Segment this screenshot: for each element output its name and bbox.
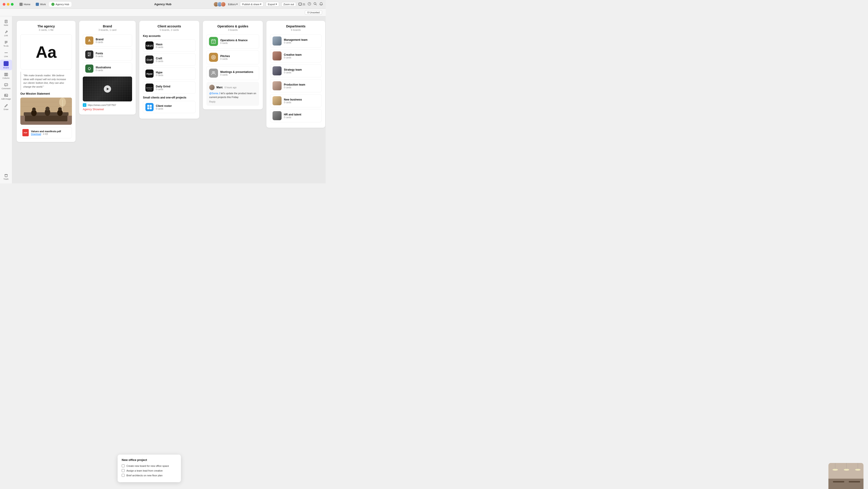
- client-daily-grind[interactable]: DAILYGRIND Daily Grind 0 cards: [143, 82, 196, 94]
- brand-column-title: Brand: [83, 24, 132, 28]
- client-hype[interactable]: Hype Hype 0 cards: [143, 67, 196, 80]
- sidebar-item-link[interactable]: Link: [0, 29, 12, 38]
- add-image-label: Add image: [1, 98, 11, 100]
- sidebar-item-draw[interactable]: Draw: [0, 102, 12, 112]
- dept-production[interactable]: Production team 0 cards: [270, 79, 321, 92]
- haus-icon: HAUS: [146, 41, 154, 50]
- sidebar-item-column[interactable]: Column: [0, 71, 12, 81]
- dept-management[interactable]: Management team 0 cards: [270, 34, 321, 48]
- vimeo-url: https://vimeo.com/71977557: [88, 104, 116, 107]
- fonts-item-icon: FONT: [85, 51, 93, 59]
- comment-header: Marc 6 hours ago: [209, 85, 256, 90]
- sidebar-item-trash[interactable]: Trash: [0, 172, 12, 181]
- close-button[interactable]: [3, 3, 5, 6]
- client-roster-info: Client roster 0 cards: [156, 104, 193, 110]
- ops-meetings-title: Meetings & presentations: [220, 70, 257, 74]
- export-label: Export: [268, 3, 275, 6]
- tab-home[interactable]: Home: [17, 2, 33, 7]
- search-icon[interactable]: [313, 2, 317, 6]
- dept-hr-avatar: [273, 111, 282, 120]
- svg-rect-59: [147, 107, 149, 109]
- departments-title: Departments: [270, 24, 321, 28]
- svg-line-5: [316, 4, 317, 5]
- svg-rect-14: [5, 62, 6, 63]
- pdf-block: PDF Values and manifesto.pdf Download · …: [20, 127, 72, 138]
- client-accounts-header: Client accounts 5 boards, 2 cards: [143, 24, 196, 31]
- zoom-label: Zoom out: [283, 3, 294, 6]
- daily-grind-title: Daily Grind: [156, 85, 193, 88]
- ops-pitches-info: Pitches 0 cards: [220, 55, 257, 60]
- brand-item-fonts[interactable]: FONT Fonts 0 cards: [83, 49, 132, 61]
- dept-management-avatar: [273, 36, 282, 46]
- ops-meetings-item[interactable]: Meetings & presentations 0 cards: [207, 66, 259, 80]
- vimeo-icon: V: [83, 103, 86, 107]
- export-button[interactable]: Export ▾: [266, 2, 279, 6]
- pdf-size-value: 4 KB: [43, 133, 48, 135]
- todo-icon: [4, 40, 8, 45]
- draw-icon: [4, 104, 8, 108]
- brand-item-brand[interactable]: A Brand 0 cards: [83, 34, 132, 47]
- craft-icon: Craft: [146, 55, 154, 64]
- notification-bell-icon[interactable]: [319, 2, 323, 6]
- comment-author: Marc: [216, 86, 223, 89]
- tab-agency[interactable]: Agency Hub: [49, 2, 71, 7]
- client-accounts-subtitle: 5 boards, 2 cards: [143, 29, 196, 31]
- client-haus[interactable]: HAUS Haus 0 cards: [143, 39, 196, 52]
- sidebar-item-add-image[interactable]: Add image: [0, 92, 12, 102]
- video-thumbnail[interactable]: [83, 77, 132, 102]
- dept-hr-sub: 0 cards: [284, 116, 319, 119]
- dept-new-business[interactable]: New business 0 cards: [270, 94, 321, 107]
- notification-area: 21: [298, 2, 305, 6]
- svg-point-70: [214, 71, 215, 73]
- ops-finance-title: Operations & finance: [220, 39, 257, 42]
- client-accounts-title: Client accounts: [143, 24, 196, 28]
- sidebar-item-comment[interactable]: Comment: [0, 82, 12, 91]
- column-icon: [4, 73, 8, 77]
- dept-hr[interactable]: HR and talent 0 cards: [270, 109, 321, 122]
- editors-button[interactable]: Editors ▾: [228, 3, 238, 6]
- dept-new-business-title: New business: [284, 98, 319, 101]
- dept-production-avatar: [273, 81, 282, 90]
- haus-info: Haus 0 cards: [156, 43, 193, 49]
- unsorted-button[interactable]: 0 Unsorted: [305, 10, 322, 15]
- svg-text:V: V: [84, 104, 85, 106]
- svg-point-24: [6, 85, 7, 85]
- svg-rect-27: [5, 175, 7, 177]
- ops-finance-info: Operations & finance 0 cards: [220, 39, 257, 45]
- reply-button[interactable]: Reply: [209, 100, 256, 103]
- brand-item-illustrations[interactable]: Illustrations 0 cards: [83, 62, 132, 75]
- pdf-download-link[interactable]: Download: [31, 133, 41, 135]
- dept-strategy-avatar: [273, 66, 282, 76]
- departments-header: Departments 6 boards: [270, 24, 321, 31]
- dept-creative-sub: 0 cards: [284, 56, 319, 59]
- chevron-down-icon: ▾: [236, 3, 238, 6]
- sidebar-item-board[interactable]: Board: [0, 60, 12, 70]
- zoom-out-button[interactable]: Zoom out: [281, 2, 296, 6]
- ops-finance-item[interactable]: 12 Operations & finance 0 cards: [207, 34, 259, 49]
- publish-share-button[interactable]: Publish & share ▾: [240, 2, 264, 6]
- ops-pitches-item[interactable]: Pitches 0 cards: [207, 50, 259, 64]
- help-icon[interactable]: ?: [308, 2, 311, 6]
- showreel-link[interactable]: Agency Showreel: [83, 108, 132, 111]
- daily-grind-info: Daily Grind 0 cards: [156, 85, 193, 91]
- hype-icon: Hype: [146, 69, 154, 78]
- tab-work[interactable]: Work: [33, 2, 48, 7]
- tab-agency-label: Agency Hub: [56, 3, 69, 6]
- dept-creative[interactable]: Creative team 0 cards: [270, 49, 321, 62]
- client-craft[interactable]: Craft Craft 0 cards: [143, 53, 196, 66]
- brand-item-icon: A: [85, 36, 93, 45]
- sidebar-item-todo[interactable]: To-do: [0, 39, 12, 49]
- daily-grind-logo-icon: DAILYGRIND: [146, 84, 154, 92]
- canvas: The agency 3 cards, 1 file Aa "We make b…: [12, 16, 326, 183]
- svg-text:HAUS: HAUS: [146, 45, 153, 47]
- left-sidebar: Note Link To-do Line Board Column Commen…: [0, 16, 12, 183]
- maximize-button[interactable]: [11, 3, 13, 6]
- play-button[interactable]: [104, 85, 111, 93]
- minimize-button[interactable]: [7, 3, 9, 6]
- play-triangle-icon: [107, 88, 109, 90]
- sidebar-item-note[interactable]: Note: [0, 18, 12, 28]
- client-roster[interactable]: Client roster 0 cards: [143, 101, 196, 113]
- sidebar-item-line[interactable]: Line: [0, 49, 12, 59]
- dept-creative-avatar: [273, 51, 282, 60]
- dept-strategy[interactable]: Strategy team 0 cards: [270, 64, 321, 78]
